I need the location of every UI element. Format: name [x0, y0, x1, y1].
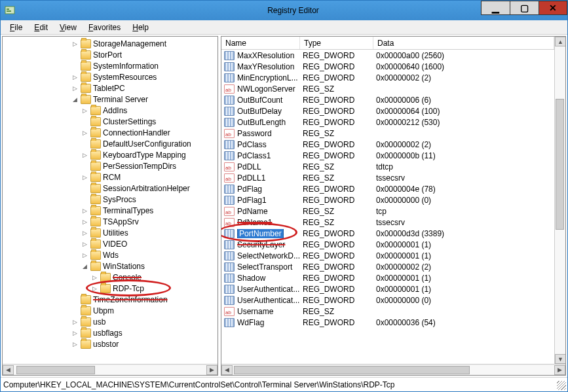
scroll-left-icon[interactable]: ◀	[3, 365, 14, 375]
value-row[interactable]: ShadowREG_DWORD0x00000001 (1)	[221, 272, 554, 283]
tree-item[interactable]: Ubpm	[3, 305, 218, 316]
expand-icon[interactable]: ▷	[91, 274, 98, 281]
value-row[interactable]: MaxXResolutionREG_DWORD0x00000a00 (2560)	[221, 50, 554, 61]
tree-item[interactable]: ◢Terminal Server	[3, 94, 218, 105]
tree-item[interactable]: ▷AddIns	[3, 105, 218, 116]
value-row[interactable]: OutBufCountREG_DWORD0x00000006 (6)	[221, 94, 554, 105]
value-row[interactable]: PdFlagREG_DWORD0x0000004e (78)	[221, 183, 554, 194]
tree-item-label: RDP-Tcp	[113, 284, 144, 293]
resize-grip-icon[interactable]	[557, 381, 566, 390]
value-name: PdDLL	[237, 162, 303, 171]
tree-item[interactable]: ▷VIDEO	[3, 238, 218, 249]
tree-item[interactable]: ▷RDP-Tcp	[3, 283, 218, 294]
tree-scroll[interactable]: ▷StorageManagementStorPortSystemInformat…	[3, 37, 218, 364]
value-row[interactable]: OutBufLengthREG_DWORD0x00000212 (530)	[221, 116, 554, 128]
scroll-up-icon[interactable]: ▲	[555, 37, 565, 46]
menu-help[interactable]: Help	[127, 22, 154, 33]
col-data[interactable]: Data	[373, 37, 554, 49]
value-row[interactable]: OutBufDelayREG_DWORD0x00000064 (100)	[221, 105, 554, 116]
list-vscrollbar[interactable]: ▲ ▼	[554, 37, 565, 364]
titlebar[interactable]: Registry Editor ▁ ▢ ✕	[1, 1, 567, 20]
value-row[interactable]: SelectTransportREG_DWORD0x00000002 (2)	[221, 261, 554, 272]
value-row[interactable]: PdClass1REG_DWORD0x0000000b (11)	[221, 150, 554, 161]
tree-item[interactable]: SysProcs	[3, 194, 218, 205]
expand-icon[interactable]: ▷	[81, 107, 88, 114]
tree-hscrollbar[interactable]: ◀ ▶	[3, 364, 218, 375]
tree-item[interactable]: ▷SystemResources	[3, 71, 218, 82]
menu-edit[interactable]: Edit	[29, 22, 53, 33]
col-type[interactable]: Type	[300, 37, 373, 49]
close-button[interactable]: ✕	[539, 1, 567, 15]
value-row[interactable]: PdClassREG_DWORD0x00000002 (2)	[221, 139, 554, 150]
maximize-button[interactable]: ▢	[510, 1, 539, 15]
expand-icon[interactable]: ▷	[71, 84, 79, 92]
value-row[interactable]: PdDLLREG_SZtdtcp	[221, 161, 554, 172]
col-name[interactable]: Name	[221, 37, 300, 49]
tree-item[interactable]: ▷ConnectionHandler	[3, 127, 218, 138]
tree-item[interactable]: ▷Wds	[3, 249, 218, 260]
scroll-left-icon[interactable]: ◀	[221, 365, 233, 375]
tree-item[interactable]: ▷RCM	[3, 171, 218, 183]
list-header[interactable]: Name Type Data	[221, 37, 554, 50]
tree-item[interactable]: ▷usb	[3, 316, 218, 327]
expand-icon[interactable]: ▷	[71, 340, 79, 347]
tree-item[interactable]: ▷Utilities	[3, 227, 218, 238]
tree-item[interactable]: ◢WinStations	[3, 260, 218, 272]
expand-icon[interactable]: ▷	[81, 229, 88, 236]
list-hscrollbar[interactable]: ◀ ▶	[221, 364, 565, 375]
tree-item[interactable]: ▷KeyboardType Mapping	[3, 149, 218, 160]
menu-view[interactable]: View	[54, 22, 82, 33]
value-row[interactable]: MaxYResolutionREG_DWORD0x00000640 (1600)	[221, 61, 554, 72]
tree-item[interactable]: ▷TSAppSrv	[3, 216, 218, 227]
expand-icon[interactable]: ▷	[81, 129, 88, 136]
collapse-icon[interactable]: ◢	[71, 96, 79, 103]
scroll-right-icon[interactable]: ▶	[554, 365, 565, 375]
minimize-button[interactable]: ▁	[481, 1, 510, 15]
registry-tree[interactable]: ▷StorageManagementStorPortSystemInformat…	[3, 37, 218, 351]
tree-item[interactable]: ▷StorageManagement	[3, 38, 218, 49]
expand-icon[interactable]: ▷	[91, 285, 98, 292]
value-row[interactable]: UsernameREG_SZ	[221, 306, 554, 317]
value-row[interactable]: PdNameREG_SZtcp	[221, 205, 554, 217]
menu-file[interactable]: File	[5, 22, 28, 33]
value-row[interactable]: PdFlag1REG_DWORD0x00000000 (0)	[221, 194, 554, 205]
scroll-down-icon[interactable]: ▼	[555, 354, 565, 364]
value-row[interactable]: SecurityLayerREG_DWORD0x00000001 (1)	[221, 239, 554, 250]
value-row[interactable]: PdDLL1REG_SZtssecsrv	[221, 172, 554, 183]
value-row[interactable]: NWLogonServerREG_SZ	[221, 83, 554, 94]
expand-icon[interactable]: ▷	[81, 251, 88, 258]
expand-icon[interactable]: ▷	[81, 207, 88, 214]
values-list[interactable]: MaxXResolutionREG_DWORD0x00000a00 (2560)…	[221, 50, 554, 364]
tree-item[interactable]: PerSessionTempDirs	[3, 160, 218, 171]
tree-item[interactable]: ▷Console	[3, 272, 218, 283]
tree-item[interactable]: SessionArbitrationHelper	[3, 183, 218, 194]
tree-item[interactable]: ▷usbflags	[3, 327, 218, 338]
value-row[interactable]: UserAuthenticat...REG_DWORD0x00000000 (0…	[221, 294, 554, 306]
value-row[interactable]: SelectNetworkD...REG_DWORD0x00000001 (1)	[221, 250, 554, 261]
tree-item[interactable]: DefaultUserConfiguration	[3, 138, 218, 149]
tree-item[interactable]: SystemInformation	[3, 60, 218, 71]
value-row[interactable]: WdFlagREG_DWORD0x00000036 (54)	[221, 317, 554, 328]
tree-item[interactable]: ▷TabletPC	[3, 82, 218, 94]
collapse-icon[interactable]: ◢	[81, 262, 88, 270]
value-row[interactable]: PdName1REG_SZtssecsrv	[221, 217, 554, 228]
scroll-right-icon[interactable]: ▶	[206, 365, 218, 375]
value-row[interactable]: PortNumberREG_DWORD0x00000d3d (3389)	[221, 228, 554, 239]
expand-icon[interactable]: ▷	[71, 40, 79, 47]
tree-item[interactable]: TimeZoneInformation	[3, 294, 218, 305]
tree-item[interactable]: ▷usbstor	[3, 338, 218, 349]
expand-icon[interactable]: ▷	[71, 73, 79, 80]
expand-icon[interactable]: ▷	[81, 173, 88, 181]
menu-favorites[interactable]: Favorites	[83, 22, 126, 33]
value-row[interactable]: PasswordREG_SZ	[221, 128, 554, 139]
expand-icon[interactable]: ▷	[71, 318, 79, 325]
expand-icon[interactable]: ▷	[81, 240, 88, 247]
tree-item[interactable]: ClusterSettings	[3, 116, 218, 127]
tree-item[interactable]: StorPort	[3, 49, 218, 60]
value-row[interactable]: UserAuthenticat...REG_DWORD0x00000001 (1…	[221, 283, 554, 294]
expand-icon[interactable]: ▷	[71, 329, 79, 336]
value-row[interactable]: MinEncryptionL...REG_DWORD0x00000002 (2)	[221, 72, 554, 83]
expand-icon[interactable]: ▷	[81, 218, 88, 225]
expand-icon[interactable]: ▷	[81, 151, 88, 158]
tree-item[interactable]: ▷TerminalTypes	[3, 205, 218, 216]
